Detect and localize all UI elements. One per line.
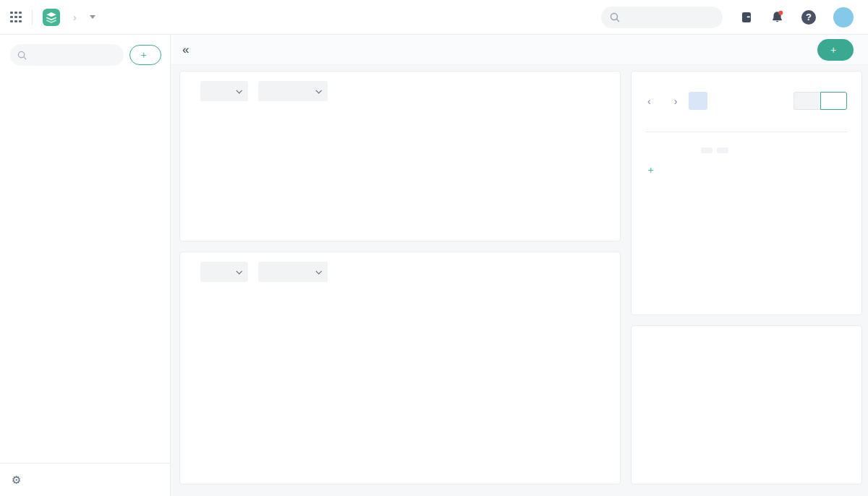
app-title-caret-icon[interactable] [90,15,95,19]
divider [32,10,33,25]
avatar[interactable] [833,7,854,27]
brief-stats [180,101,620,121]
contacts-book-icon[interactable] [740,11,753,24]
global-search[interactable] [601,7,723,28]
logo-icon[interactable] [43,9,60,26]
time-select[interactable] [258,81,328,101]
month-toggle[interactable] [820,92,847,110]
time-select[interactable] [258,262,328,282]
today-button[interactable] [689,92,707,110]
breadcrumb-chevron-icon: › [73,12,77,23]
add-plan-link[interactable]: ＋ [646,163,847,176]
chevron-down-icon [236,87,242,93]
bell-icon[interactable] [770,10,784,24]
sales-brief-card [179,71,621,241]
plan-company-pill[interactable] [701,147,712,153]
page-header: « ＋ [171,35,868,65]
sidebar-menu [0,75,170,463]
search-icon [610,12,620,22]
sidebar-search-input[interactable] [31,50,103,60]
funnel-legend [180,474,620,484]
sidebar-search[interactable] [10,44,124,66]
next-month-icon[interactable]: › [673,95,679,107]
help-icon[interactable]: ? [801,10,816,25]
prev-month-icon[interactable]: ‹ [646,95,652,107]
scope-select[interactable] [200,81,248,101]
search-icon [17,51,27,60]
chevron-down-icon [315,87,321,93]
business-focus-card [631,325,862,484]
quick-add-button[interactable]: ＋ [817,39,854,61]
chevron-down-icon [315,268,321,274]
apps-grid-icon[interactable] [10,12,22,23]
week-toggle[interactable] [793,92,820,110]
plan-time-pill [717,147,728,153]
admin-console-button[interactable]: ⚙ [0,463,170,496]
plan-label [646,142,701,153]
funnel-chart [180,282,620,474]
collapse-sidebar-icon[interactable]: « [179,42,192,57]
sidebar: ＋ ⚙ [0,35,171,496]
scope-select[interactable] [200,262,248,282]
chevron-down-icon [236,268,242,274]
schedule-card: ‹ › [631,71,862,315]
top-bar: › ? [0,0,868,35]
gear-icon: ⚙ [12,474,21,487]
plus-icon: ＋ [646,163,656,176]
sales-funnel-card [179,252,621,484]
new-button[interactable]: ＋ [129,45,161,65]
global-search-input[interactable] [625,12,712,22]
